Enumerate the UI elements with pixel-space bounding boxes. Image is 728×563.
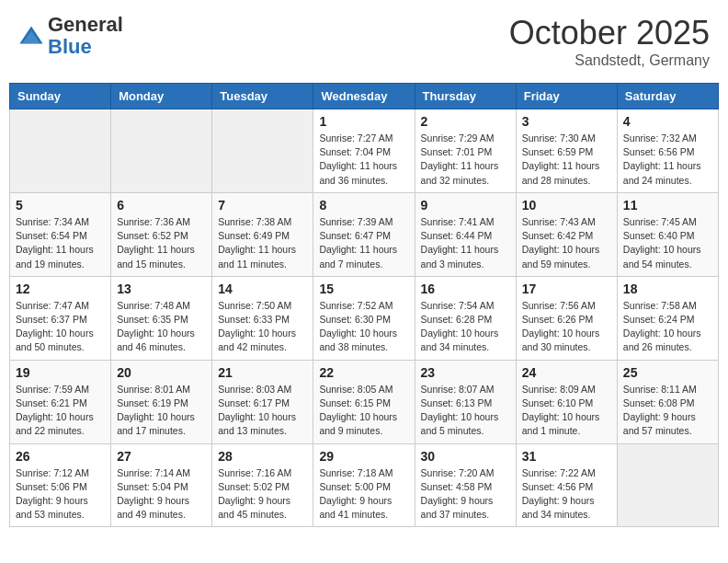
day-number: 2 [421, 114, 510, 129]
day-number: 28 [218, 449, 307, 464]
calendar-cell: 2Sunrise: 7:29 AM Sunset: 7:01 PM Daylig… [415, 109, 516, 193]
day-number: 31 [522, 449, 611, 464]
day-info: Sunrise: 8:11 AM Sunset: 6:08 PM Dayligh… [623, 383, 712, 439]
day-number: 26 [16, 449, 105, 464]
calendar-cell: 6Sunrise: 7:36 AM Sunset: 6:52 PM Daylig… [111, 192, 212, 276]
calendar-cell: 24Sunrise: 8:09 AM Sunset: 6:10 PM Dayli… [516, 360, 617, 443]
day-number: 15 [319, 282, 408, 296]
day-info: Sunrise: 7:48 AM Sunset: 6:35 PM Dayligh… [117, 299, 206, 355]
day-info: Sunrise: 7:56 AM Sunset: 6:26 PM Dayligh… [522, 299, 611, 355]
day-info: Sunrise: 8:09 AM Sunset: 6:10 PM Dayligh… [522, 383, 611, 439]
day-info: Sunrise: 7:14 AM Sunset: 5:04 PM Dayligh… [117, 466, 206, 523]
day-number: 14 [218, 282, 307, 296]
day-info: Sunrise: 8:01 AM Sunset: 6:19 PM Dayligh… [117, 383, 206, 439]
calendar-cell: 16Sunrise: 7:54 AM Sunset: 6:28 PM Dayli… [415, 276, 516, 360]
day-info: Sunrise: 7:54 AM Sunset: 6:28 PM Dayligh… [421, 299, 510, 355]
day-info: Sunrise: 7:16 AM Sunset: 5:02 PM Dayligh… [218, 466, 307, 523]
weekday-header-tuesday: Tuesday [212, 84, 313, 109]
calendar-cell: 25Sunrise: 8:11 AM Sunset: 6:08 PM Dayli… [617, 360, 718, 443]
weekday-header-wednesday: Wednesday [313, 84, 415, 109]
day-info: Sunrise: 7:41 AM Sunset: 6:44 PM Dayligh… [421, 215, 510, 271]
calendar-cell: 31Sunrise: 7:22 AM Sunset: 4:56 PM Dayli… [516, 443, 617, 527]
day-number: 7 [218, 198, 307, 213]
day-info: Sunrise: 7:18 AM Sunset: 5:00 PM Dayligh… [319, 466, 408, 523]
calendar-cell: 14Sunrise: 7:50 AM Sunset: 6:33 PM Dayli… [212, 276, 313, 360]
day-info: Sunrise: 7:22 AM Sunset: 4:56 PM Dayligh… [522, 466, 611, 523]
day-info: Sunrise: 7:58 AM Sunset: 6:24 PM Dayligh… [623, 299, 712, 355]
day-number: 24 [522, 365, 611, 380]
calendar-cell: 1Sunrise: 7:27 AM Sunset: 7:04 PM Daylig… [313, 109, 415, 193]
day-info: Sunrise: 8:05 AM Sunset: 6:15 PM Dayligh… [319, 383, 408, 439]
day-info: Sunrise: 7:36 AM Sunset: 6:52 PM Dayligh… [117, 215, 206, 271]
day-number: 8 [319, 198, 408, 213]
calendar-cell: 15Sunrise: 7:52 AM Sunset: 6:30 PM Dayli… [313, 276, 415, 360]
logo-text: General Blue [48, 14, 123, 58]
day-number: 13 [117, 282, 206, 296]
calendar-cell: 4Sunrise: 7:32 AM Sunset: 6:56 PM Daylig… [617, 109, 718, 193]
calendar-cell: 22Sunrise: 8:05 AM Sunset: 6:15 PM Dayli… [313, 360, 415, 443]
day-number: 27 [117, 449, 206, 464]
day-info: Sunrise: 7:20 AM Sunset: 4:58 PM Dayligh… [421, 466, 510, 523]
calendar-cell: 30Sunrise: 7:20 AM Sunset: 4:58 PM Dayli… [415, 443, 516, 527]
day-info: Sunrise: 7:32 AM Sunset: 6:56 PM Dayligh… [623, 132, 712, 188]
day-info: Sunrise: 8:03 AM Sunset: 6:17 PM Dayligh… [218, 383, 307, 439]
day-number: 3 [522, 114, 611, 129]
calendar-cell: 17Sunrise: 7:56 AM Sunset: 6:26 PM Dayli… [516, 276, 617, 360]
day-info: Sunrise: 7:27 AM Sunset: 7:04 PM Dayligh… [319, 132, 408, 188]
day-info: Sunrise: 7:45 AM Sunset: 6:40 PM Dayligh… [623, 215, 712, 271]
day-number: 30 [421, 449, 510, 464]
day-number: 25 [623, 365, 712, 380]
calendar-cell: 8Sunrise: 7:39 AM Sunset: 6:47 PM Daylig… [313, 192, 415, 276]
day-number: 18 [623, 282, 712, 296]
calendar-cell: 10Sunrise: 7:43 AM Sunset: 6:42 PM Dayli… [516, 192, 617, 276]
calendar-cell: 19Sunrise: 7:59 AM Sunset: 6:21 PM Dayli… [10, 360, 111, 443]
location-subtitle: Sandstedt, Germany [509, 52, 710, 69]
calendar-cell: 18Sunrise: 7:58 AM Sunset: 6:24 PM Dayli… [617, 276, 718, 360]
week-row-3: 12Sunrise: 7:47 AM Sunset: 6:37 PM Dayli… [10, 276, 719, 360]
calendar-cell: 11Sunrise: 7:45 AM Sunset: 6:40 PM Dayli… [617, 192, 718, 276]
day-info: Sunrise: 7:34 AM Sunset: 6:54 PM Dayligh… [16, 215, 105, 271]
day-info: Sunrise: 7:52 AM Sunset: 6:30 PM Dayligh… [319, 299, 408, 355]
day-info: Sunrise: 7:59 AM Sunset: 6:21 PM Dayligh… [16, 383, 105, 439]
day-info: Sunrise: 7:12 AM Sunset: 5:06 PM Dayligh… [16, 466, 105, 523]
calendar-cell: 21Sunrise: 8:03 AM Sunset: 6:17 PM Dayli… [212, 360, 313, 443]
day-number: 5 [16, 198, 105, 213]
weekday-header-monday: Monday [111, 84, 212, 109]
calendar-cell [111, 109, 212, 193]
month-title: October 2025 [509, 14, 710, 52]
day-number: 10 [522, 198, 611, 213]
day-info: Sunrise: 7:43 AM Sunset: 6:42 PM Dayligh… [522, 215, 611, 271]
calendar-cell: 28Sunrise: 7:16 AM Sunset: 5:02 PM Dayli… [212, 443, 313, 527]
calendar-cell [212, 109, 313, 193]
day-number: 19 [16, 365, 105, 380]
week-row-5: 26Sunrise: 7:12 AM Sunset: 5:06 PM Dayli… [10, 443, 719, 527]
calendar-cell: 9Sunrise: 7:41 AM Sunset: 6:44 PM Daylig… [415, 192, 516, 276]
day-info: Sunrise: 7:39 AM Sunset: 6:47 PM Dayligh… [319, 215, 408, 271]
day-info: Sunrise: 7:38 AM Sunset: 6:49 PM Dayligh… [218, 215, 307, 271]
day-number: 20 [117, 365, 206, 380]
weekday-header-friday: Friday [516, 84, 617, 109]
weekday-header-row: SundayMondayTuesdayWednesdayThursdayFrid… [10, 84, 719, 109]
weekday-header-saturday: Saturday [617, 84, 718, 109]
day-number: 11 [623, 198, 712, 213]
day-info: Sunrise: 7:29 AM Sunset: 7:01 PM Dayligh… [421, 132, 510, 188]
calendar-cell: 7Sunrise: 7:38 AM Sunset: 6:49 PM Daylig… [212, 192, 313, 276]
calendar-cell: 13Sunrise: 7:48 AM Sunset: 6:35 PM Dayli… [111, 276, 212, 360]
calendar-cell: 5Sunrise: 7:34 AM Sunset: 6:54 PM Daylig… [10, 192, 111, 276]
title-block: October 2025 Sandstedt, Germany [509, 14, 710, 69]
day-info: Sunrise: 7:30 AM Sunset: 6:59 PM Dayligh… [522, 132, 611, 188]
day-number: 1 [319, 114, 408, 129]
calendar-cell: 23Sunrise: 8:07 AM Sunset: 6:13 PM Dayli… [415, 360, 516, 443]
day-info: Sunrise: 8:07 AM Sunset: 6:13 PM Dayligh… [421, 383, 510, 439]
calendar-cell: 29Sunrise: 7:18 AM Sunset: 5:00 PM Dayli… [313, 443, 415, 527]
weekday-header-thursday: Thursday [415, 84, 516, 109]
day-number: 12 [16, 282, 105, 296]
day-info: Sunrise: 7:47 AM Sunset: 6:37 PM Dayligh… [16, 299, 105, 355]
week-row-1: 1Sunrise: 7:27 AM Sunset: 7:04 PM Daylig… [10, 109, 719, 193]
week-row-4: 19Sunrise: 7:59 AM Sunset: 6:21 PM Dayli… [10, 360, 719, 443]
logo-icon [18, 23, 44, 49]
day-number: 16 [421, 282, 510, 296]
calendar-table: SundayMondayTuesdayWednesdayThursdayFrid… [9, 83, 719, 527]
day-number: 22 [319, 365, 408, 380]
day-number: 4 [623, 114, 712, 129]
